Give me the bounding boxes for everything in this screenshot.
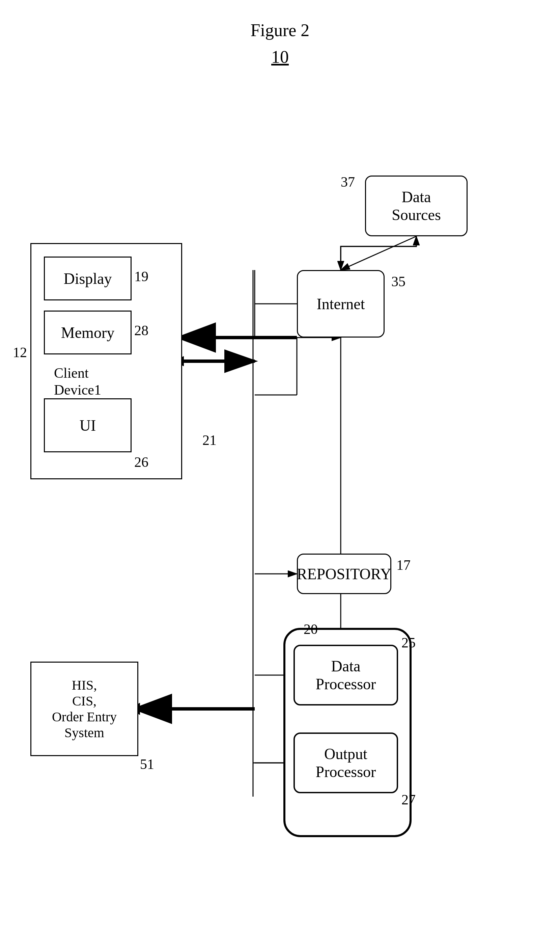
diagram-number: 10 — [0, 47, 560, 67]
data-sources-number: 37 — [341, 174, 355, 190]
ui-number: 26 — [134, 454, 148, 470]
repository-number: 17 — [396, 557, 411, 573]
his-box: HIS, CIS, Order Entry System — [30, 662, 138, 756]
memory-label: Memory — [61, 324, 114, 342]
svg-line-0 — [341, 236, 416, 270]
output-processor-number: 27 — [402, 791, 415, 808]
data-processor-outer-number: 20 — [304, 621, 318, 637]
data-processor-label: Data Processor — [316, 657, 376, 693]
memory-box: Memory — [44, 310, 132, 355]
ui-label: UI — [80, 416, 96, 435]
connection-21-label: 21 — [202, 432, 217, 448]
data-sources-label: Data Sources — [392, 188, 441, 224]
repository-label: REPOSITORY — [297, 565, 391, 583]
diagram-arrows — [0, 74, 560, 931]
data-processor-number: 25 — [402, 635, 415, 651]
output-processor-label: Output Processor — [316, 745, 376, 781]
display-box: Display — [44, 256, 132, 301]
client-device-label: Client Device1 — [54, 365, 101, 399]
output-processor-inner-box: Output Processor — [294, 733, 398, 793]
internet-number: 35 — [391, 273, 406, 290]
memory-number: 28 — [134, 322, 148, 339]
page-title: Figure 2 — [0, 0, 560, 40]
display-number: 19 — [134, 268, 148, 285]
ui-box: UI — [44, 398, 132, 452]
repository-box: REPOSITORY — [297, 554, 391, 594]
his-label: HIS, CIS, Order Entry System — [52, 677, 117, 740]
client-device-number: 12 — [13, 344, 27, 361]
display-label: Display — [63, 270, 112, 288]
data-sources-box: Data Sources — [365, 176, 468, 236]
data-processor-inner-box: Data Processor — [294, 645, 398, 705]
internet-label: Internet — [317, 295, 365, 313]
his-number: 51 — [140, 756, 154, 772]
internet-box: Internet — [297, 270, 385, 338]
